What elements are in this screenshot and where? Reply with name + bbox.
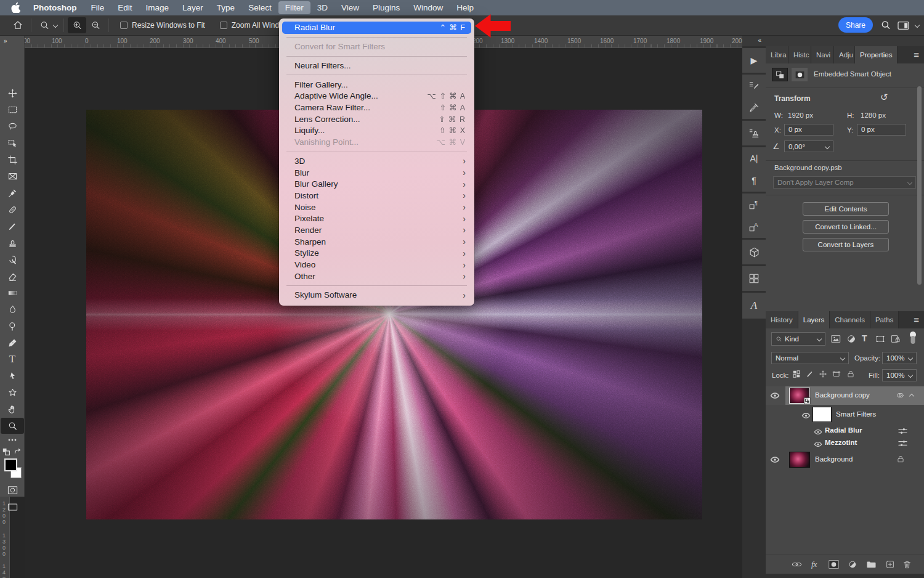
filter-menu-item[interactable]: ›: [286, 152, 467, 152]
tab-paths[interactable]: Paths: [870, 311, 899, 328]
layer-comp-select[interactable]: Don't Apply Layer Comp: [773, 176, 916, 189]
filter-menu-item[interactable]: Adaptive Wide Angle... ⌥ ⇧ ⌘ A ›: [279, 91, 474, 102]
filter-menu-item[interactable]: Noise ›: [279, 201, 474, 213]
visibility-eye-icon[interactable]: [813, 426, 824, 438]
filter-smart-object-icon[interactable]: [891, 334, 901, 346]
patterns-panel-icon[interactable]: [742, 266, 766, 291]
tab-layers[interactable]: Layers: [798, 311, 830, 328]
frame-tool[interactable]: [1, 168, 24, 184]
hand-tool[interactable]: [1, 401, 24, 417]
collapse-effects-icon[interactable]: [909, 394, 914, 399]
filter-menu-item[interactable]: Pixelate ›: [279, 213, 474, 224]
visibility-eye-icon[interactable]: [769, 454, 780, 465]
blend-mode-select[interactable]: Normal: [771, 352, 849, 364]
tab-histogram[interactable]: Histc: [788, 46, 811, 63]
lock-pixels-icon[interactable]: [806, 370, 814, 381]
layer-row-smart-filters[interactable]: Smart Filters: [766, 405, 924, 425]
brushes-panel-icon[interactable]: [742, 97, 766, 119]
zoom-in-button[interactable]: [68, 17, 86, 33]
zoom-tool[interactable]: [1, 418, 24, 434]
home-icon[interactable]: [9, 17, 27, 33]
clone-stamp-tool[interactable]: [1, 235, 24, 251]
filter-kind-select[interactable]: Kind: [771, 332, 825, 346]
edit-toolbar-icon[interactable]: [1, 434, 24, 446]
tab-history[interactable]: History: [766, 311, 798, 328]
convert-to-linked-button[interactable]: Convert to Linked...: [803, 220, 889, 234]
x-input[interactable]: 0 px: [784, 124, 833, 136]
reset-transform-icon[interactable]: ↺: [880, 92, 888, 103]
filter-mask-thumbnail[interactable]: [813, 407, 832, 422]
lock-position-icon[interactable]: [819, 370, 827, 381]
zoom-out-button[interactable]: [86, 17, 105, 33]
lock-transparency-icon[interactable]: [792, 370, 801, 381]
visibility-eye-icon[interactable]: [800, 410, 811, 421]
menubar-item[interactable]: Window: [407, 1, 450, 14]
filter-menu-item[interactable]: Camera Raw Filter... ⇧ ⌘ A ›: [279, 102, 474, 113]
3d-panel-icon[interactable]: [742, 240, 766, 264]
eraser-tool[interactable]: [1, 268, 24, 284]
filter-menu-item[interactable]: Stylize ›: [279, 248, 474, 259]
add-mask-icon[interactable]: [829, 560, 839, 571]
filter-menu-item[interactable]: Blur Gallery ›: [279, 178, 474, 190]
menubar-item[interactable]: 3D: [310, 1, 334, 14]
dodge-tool[interactable]: [1, 318, 24, 334]
menubar-item[interactable]: Image: [139, 1, 176, 14]
collapse-toolbar-icon[interactable]: »: [0, 36, 24, 48]
chevron-down-icon[interactable]: [53, 23, 58, 28]
resize-windows-checkbox[interactable]: [120, 22, 128, 29]
menubar-item[interactable]: Plugins: [366, 1, 407, 14]
layer-thumbnail[interactable]: [789, 388, 810, 404]
custom-shape-tool[interactable]: [1, 385, 24, 401]
lock-all-icon[interactable]: [846, 370, 855, 381]
visibility-eye-icon[interactable]: [769, 390, 780, 401]
filter-blend-options-icon[interactable]: [898, 426, 907, 438]
filter-menu-item[interactable]: Video ›: [279, 259, 474, 271]
new-layer-icon[interactable]: [885, 560, 895, 572]
lasso-tool[interactable]: [1, 118, 24, 134]
visibility-eye-icon[interactable]: [813, 439, 824, 450]
history-brush-tool[interactable]: [1, 251, 24, 267]
swap-colors-icon[interactable]: [14, 447, 22, 458]
eyedropper-tool[interactable]: [1, 185, 24, 201]
layer-row-background[interactable]: Background: [766, 450, 924, 469]
angle-combo[interactable]: 0,00°: [784, 140, 833, 152]
lock-artboard-icon[interactable]: [832, 370, 841, 381]
edit-contents-button[interactable]: Edit Contents: [803, 202, 889, 216]
fill-input[interactable]: 100%: [882, 369, 917, 381]
workspace-switcher-icon[interactable]: [897, 20, 910, 33]
menubar-item[interactable]: View: [334, 1, 366, 14]
filter-menu-item[interactable]: ›: [286, 75, 467, 75]
tab-channels[interactable]: Channels: [830, 311, 870, 328]
filter-menu-item[interactable]: ›: [286, 285, 467, 286]
search-icon[interactable]: [880, 20, 891, 33]
filter-menu-item[interactable]: Distort ›: [279, 190, 474, 201]
filter-menu-item[interactable]: ›: [286, 37, 467, 38]
menubar-item[interactable]: Select: [241, 1, 278, 14]
type-tool[interactable]: T: [1, 351, 24, 367]
filter-menu-item[interactable]: Radial Blur ⌃ ⌘ F ›: [282, 22, 471, 34]
properties-scrollbar[interactable]: [917, 86, 922, 285]
filter-menu-item[interactable]: ›: [286, 56, 467, 57]
character-styles-panel-icon[interactable]: A: [742, 216, 766, 238]
move-tool[interactable]: [1, 85, 24, 101]
tab-adjustments[interactable]: Adju: [834, 46, 855, 63]
filter-menu-item[interactable]: Neural Filters... ›: [279, 60, 474, 71]
share-button[interactable]: Share: [838, 17, 873, 33]
paragraph-panel-icon[interactable]: ¶: [742, 169, 766, 192]
smart-object-type-icon[interactable]: [772, 68, 788, 81]
delete-layer-icon[interactable]: [902, 560, 912, 572]
spot-healing-brush-tool[interactable]: [1, 201, 24, 218]
filter-menu-item[interactable]: Lens Correction... ⇧ ⌘ R ›: [279, 113, 474, 125]
filter-menu-item[interactable]: Convert for Smart Filters ›: [279, 41, 474, 53]
menubar-item[interactable]: Layer: [176, 1, 210, 14]
convert-to-layers-button[interactable]: Convert to Layers: [803, 238, 889, 251]
filter-menu-item[interactable]: 3D ›: [279, 155, 474, 167]
layer-lock-icon[interactable]: [896, 455, 905, 466]
filter-menu-item[interactable]: Skylum Software ›: [279, 290, 474, 301]
foreground-color-swatch[interactable]: [4, 458, 17, 471]
chevron-down-icon[interactable]: [915, 23, 920, 28]
link-layers-icon[interactable]: [792, 560, 802, 571]
layer-row-background-copy[interactable]: Background copy: [766, 386, 924, 405]
smart-filter-indicator-icon[interactable]: [896, 391, 905, 402]
filter-menu-item[interactable]: Liquify... ⇧ ⌘ X ›: [279, 125, 474, 137]
